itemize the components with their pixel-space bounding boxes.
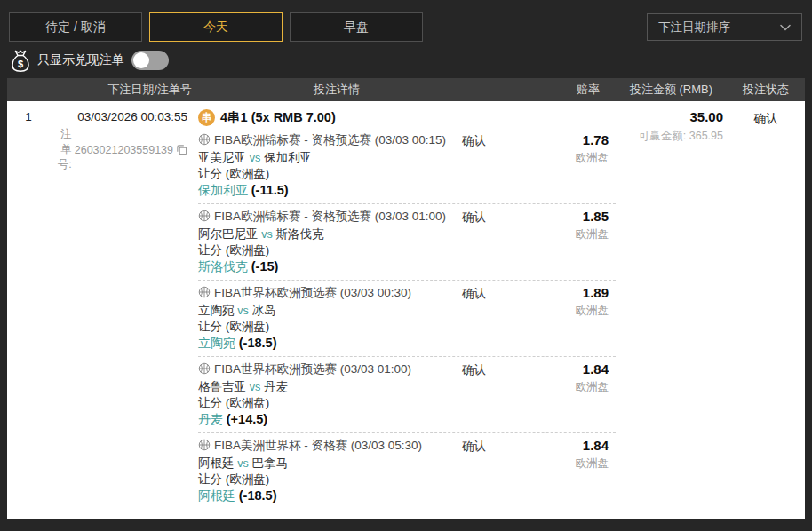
copy-icon[interactable]: [176, 144, 187, 155]
bet-leg: FIBA欧洲锦标赛 - 资格预选赛 (03/03 01:00) 阿尔巴尼亚 vs…: [198, 204, 616, 281]
leg-status: 确认: [453, 361, 531, 427]
basketball-icon: [198, 133, 211, 150]
header-amount: 投注金额 (RMB): [616, 82, 727, 98]
pick-line: 阿根廷 (-18.5): [198, 488, 453, 504]
market-type: 让分 (欧洲盘): [198, 472, 453, 487]
odds-type: 欧洲盘: [531, 151, 609, 166]
chevron-down-icon: [780, 24, 791, 31]
table-header: 下注日期/注单号 投注详情 赔率 投注金额 (RMB) 投注状态: [7, 78, 805, 101]
tab-today[interactable]: 今天: [149, 12, 283, 42]
cashout-toggle[interactable]: [131, 51, 169, 70]
amount-cell: 35.00 可赢金额: 365.95: [616, 107, 727, 509]
tab-pending-cancelled[interactable]: 待定 / 取消: [9, 12, 142, 42]
market-type: 让分 (欧洲盘): [198, 319, 453, 335]
handicap-line: (-15): [251, 259, 279, 273]
odds-value: 1.89: [531, 285, 609, 301]
leg-status: 确认: [453, 285, 531, 351]
teams-line: 格鲁吉亚 vs 丹麦: [198, 379, 453, 396]
teams-line: 阿尔巴尼亚 vs 斯洛伐克: [198, 226, 453, 243]
leg-odds-cell: 1.84 欧洲盘: [531, 361, 616, 427]
leg-status: 确认: [453, 132, 531, 198]
league-line: FIBA世界杯欧洲预选赛 (03/03 01:00): [198, 361, 453, 379]
vs-label: vs: [237, 457, 249, 470]
leg-odds-cell: 1.85 欧洲盘: [531, 209, 616, 274]
tab-early-markets[interactable]: 早盘: [290, 12, 423, 42]
home-team: 亚美尼亚: [198, 151, 246, 164]
header-odds: 赔率: [577, 82, 616, 98]
picked-team: 阿根廷: [198, 488, 235, 503]
topbar: 待定 / 取消 今天 早盘 下注日期排序: [9, 12, 802, 42]
header-date-ticket: 下注日期/注单号: [50, 82, 198, 98]
bet-leg: FIBA世界杯欧洲预选赛 (03/03 00:30) 立陶宛 vs 冰岛 让分 …: [198, 281, 616, 357]
bet-row: 1 03/03/2026 00:03:55 注单号: 2603021203559…: [7, 101, 805, 509]
league-line: FIBA欧洲锦标赛 - 资格预选赛 (03/03 01:00): [198, 209, 453, 226]
home-team: 格鲁吉亚: [198, 380, 246, 393]
ticket-number-line: 注单号: 2603021203559139: [50, 127, 187, 172]
money-bag-icon: $: [11, 49, 30, 73]
header-details-group: 投注详情 赔率: [198, 82, 616, 98]
bet-leg: FIBA欧洲锦标赛 - 资格预选赛 (03/03 00:15) 亚美尼亚 vs …: [198, 128, 616, 204]
teams-line: 阿根廷 vs 巴拿马: [198, 456, 453, 472]
odds-value: 1.84: [531, 438, 609, 454]
potential-win-line: 可赢金额: 365.95: [616, 129, 723, 144]
league-line: FIBA欧洲锦标赛 - 资格预选赛 (03/03 00:15): [198, 132, 453, 150]
header-bet-details: 投注详情: [314, 82, 360, 98]
potential-win-label: 可赢金额:: [639, 130, 686, 142]
parlay-title: 4串1 (5x RMB 7.00): [220, 109, 336, 126]
basketball-icon: [198, 286, 211, 303]
league-name: FIBA世界杯欧洲预选赛 (03/03 00:30): [214, 286, 411, 299]
away-team: 丹麦: [264, 380, 288, 393]
parlay-icon: 串: [198, 109, 215, 126]
vs-label: vs: [261, 228, 273, 241]
leg-status: 确认: [453, 209, 531, 274]
bet-status: 确认: [727, 107, 805, 509]
market-type: 让分 (欧洲盘): [198, 395, 453, 411]
date-ticket-cell: 03/03/2026 00:03:55 注单号: 260302120355913…: [50, 107, 198, 509]
leg-odds-cell: 1.89 欧洲盘: [531, 285, 616, 351]
sort-dropdown-label: 下注日期排序: [658, 20, 730, 36]
home-team: 阿根廷: [198, 456, 235, 470]
league-line: FIBA世界杯欧洲预选赛 (03/03 00:30): [198, 285, 453, 303]
potential-win-amount: 365.95: [689, 130, 723, 142]
bet-leg: FIBA世界杯欧洲预选赛 (03/03 01:00) 格鲁吉亚 vs 丹麦 让分…: [198, 357, 616, 433]
basketball-icon: [198, 439, 211, 456]
league-line: FIBA美洲世界杯 - 资格赛 (03/03 05:30): [198, 438, 453, 456]
vs-label: vs: [250, 152, 261, 164]
league-name: FIBA欧洲锦标赛 - 资格预选赛 (03/03 01:00): [214, 210, 446, 223]
cashout-filter-label: 只显示兑现注单: [37, 52, 124, 68]
leg-detail: FIBA世界杯欧洲预选赛 (03/03 00:30) 立陶宛 vs 冰岛 让分 …: [198, 285, 453, 351]
league-name: FIBA世界杯欧洲预选赛 (03/03 01:00): [214, 362, 411, 376]
away-team: 斯洛伐克: [276, 227, 324, 241]
market-type: 让分 (欧洲盘): [198, 242, 453, 258]
pick-line: 保加利亚 (-11.5): [198, 183, 453, 199]
away-team: 保加利亚: [264, 151, 312, 164]
vs-label: vs: [237, 305, 249, 317]
handicap-line: (-18.5): [239, 488, 277, 503]
picked-team: 斯洛伐克: [198, 259, 248, 273]
leg-detail: FIBA美洲世界杯 - 资格赛 (03/03 05:30) 阿根廷 vs 巴拿马…: [198, 438, 453, 503]
vs-label: vs: [250, 381, 261, 393]
basketball-icon: [198, 210, 211, 226]
market-type: 让分 (欧洲盘): [198, 166, 453, 182]
svg-text:$: $: [18, 58, 23, 68]
odds-type: 欧洲盘: [531, 227, 609, 242]
odds-type: 欧洲盘: [531, 380, 609, 395]
bet-list-panel: 1 03/03/2026 00:03:55 注单号: 2603021203559…: [7, 101, 805, 519]
pick-line: 丹麦 (+14.5): [198, 412, 453, 428]
pick-line: 斯洛伐克 (-15): [198, 259, 453, 275]
home-team: 立陶宛: [198, 304, 235, 317]
header-status: 投注状态: [727, 82, 805, 98]
handicap-line: (+14.5): [227, 412, 267, 426]
away-team: 冰岛: [252, 304, 276, 317]
bet-details-cell: 串 4串1 (5x RMB 7.00) FIBA欧洲锦标赛 - 资格预选赛 (0…: [198, 107, 616, 509]
teams-line: 立陶宛 vs 冰岛: [198, 303, 453, 320]
legs-list: FIBA欧洲锦标赛 - 资格预选赛 (03/03 00:15) 亚美尼亚 vs …: [198, 128, 616, 509]
picked-team: 丹麦: [198, 412, 223, 426]
teams-line: 亚美尼亚 vs 保加利亚: [198, 150, 453, 167]
filter-tabs: 待定 / 取消 今天 早盘: [9, 12, 423, 42]
leg-odds-cell: 1.84 欧洲盘: [531, 438, 616, 503]
league-name: FIBA欧洲锦标赛 - 资格预选赛 (03/03 00:15): [214, 133, 446, 147]
bet-leg: FIBA美洲世界杯 - 资格赛 (03/03 05:30) 阿根廷 vs 巴拿马…: [198, 433, 616, 509]
leg-detail: FIBA世界杯欧洲预选赛 (03/03 01:00) 格鲁吉亚 vs 丹麦 让分…: [198, 361, 453, 427]
sort-dropdown[interactable]: 下注日期排序: [647, 13, 802, 41]
